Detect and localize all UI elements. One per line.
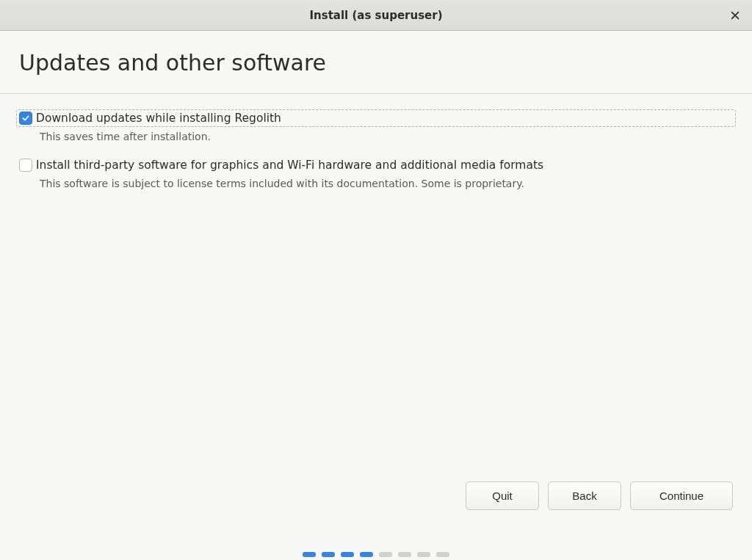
progress-dot: [379, 552, 392, 557]
progress-dot: [303, 552, 316, 557]
progress-dot: [341, 552, 354, 557]
progress-dot: [436, 552, 449, 557]
label-download-updates[interactable]: Download updates while installing Regoli…: [36, 112, 281, 125]
titlebar: Install (as superuser): [0, 0, 752, 31]
progress-dot: [417, 552, 430, 557]
quit-button[interactable]: Quit: [466, 481, 539, 510]
back-button[interactable]: Back: [548, 481, 621, 510]
window-title: Install (as superuser): [309, 9, 442, 22]
close-icon[interactable]: [727, 7, 743, 23]
progress-dot: [360, 552, 373, 557]
option-third-party: Install third-party software for graphic…: [19, 159, 733, 189]
option-row-download-updates[interactable]: Download updates while installing Regoli…: [16, 109, 736, 127]
content-area: Updates and other software Download upda…: [0, 31, 752, 189]
progress-dots: [303, 552, 449, 557]
page-header: Updates and other software: [0, 31, 752, 94]
label-third-party[interactable]: Install third-party software for graphic…: [36, 159, 543, 172]
continue-button[interactable]: Continue: [630, 481, 733, 510]
option-row-third-party[interactable]: Install third-party software for graphic…: [19, 159, 733, 172]
desc-download-updates: This saves time after installation.: [40, 131, 733, 142]
page-title: Updates and other software: [19, 50, 733, 76]
options-area: Download updates while installing Regoli…: [0, 94, 752, 189]
option-download-updates: Download updates while installing Regoli…: [19, 109, 733, 142]
checkbox-third-party[interactable]: [19, 159, 32, 172]
progress-dot: [322, 552, 335, 557]
progress-dot: [398, 552, 411, 557]
button-bar: Quit Back Continue: [466, 481, 733, 510]
checkbox-download-updates[interactable]: [19, 112, 32, 125]
desc-third-party: This software is subject to license term…: [40, 178, 733, 189]
